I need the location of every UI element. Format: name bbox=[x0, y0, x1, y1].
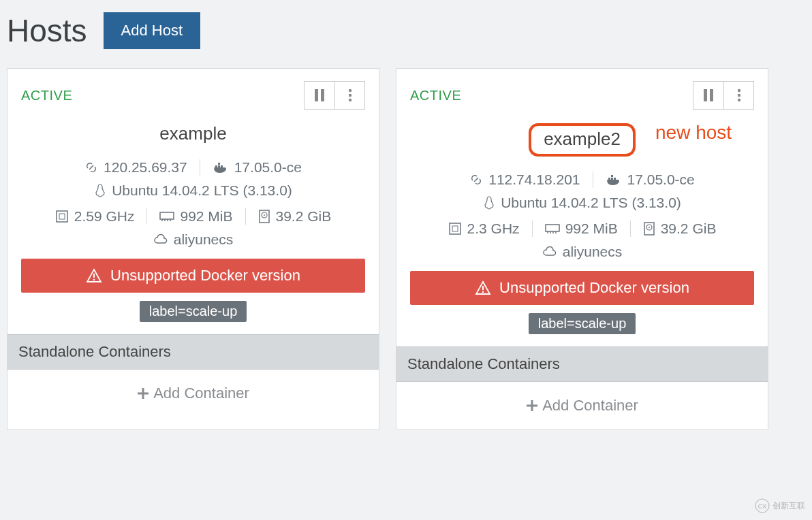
network-row: 112.74.18.201 17.05.0-ce bbox=[396, 169, 768, 191]
add-container-button[interactable]: Add Container bbox=[7, 370, 379, 417]
docker-icon bbox=[606, 174, 622, 186]
warning-banner: Unsupported Docker version bbox=[21, 259, 365, 293]
svg-rect-18 bbox=[450, 223, 460, 234]
cpu-stat: 2.59 GHz bbox=[43, 208, 147, 225]
svg-point-23 bbox=[649, 227, 650, 228]
host-name: example bbox=[7, 114, 379, 157]
pause-button[interactable] bbox=[304, 82, 334, 109]
ip-stat: 112.74.18.201 bbox=[457, 172, 592, 188]
add-container-button[interactable]: Add Container bbox=[396, 382, 768, 429]
svg-point-12 bbox=[93, 279, 95, 281]
svg-point-25 bbox=[482, 291, 484, 293]
ram-icon bbox=[545, 223, 560, 234]
status-badge: ACTIVE bbox=[21, 88, 72, 103]
svg-point-2 bbox=[348, 89, 351, 92]
more-icon bbox=[737, 88, 741, 102]
page-header: Hosts Add Host bbox=[0, 0, 812, 68]
ip-stat: 120.25.69.37 bbox=[72, 159, 200, 176]
link-icon bbox=[469, 173, 483, 186]
host-card: new host ACTIVE example2 112.74.18.201 1… bbox=[396, 68, 768, 430]
provider-stat: aliyunecs bbox=[7, 227, 379, 255]
svg-rect-1 bbox=[321, 89, 324, 101]
containers-section-header: Standalone Containers bbox=[396, 346, 768, 382]
network-row: 120.25.69.37 17.05.0-ce bbox=[7, 157, 379, 178]
more-button[interactable] bbox=[334, 82, 364, 109]
svg-rect-6 bbox=[59, 214, 65, 219]
hosts-list: ACTIVE example 120.25.69.37 17.05.0-ce bbox=[0, 68, 812, 430]
cpu-stat: 2.3 GHz bbox=[436, 221, 532, 237]
svg-rect-5 bbox=[57, 211, 67, 222]
host-card: ACTIVE example 120.25.69.37 17.05.0-ce bbox=[7, 68, 379, 430]
docker-stat: 17.05.0-ce bbox=[593, 172, 707, 188]
link-icon bbox=[84, 161, 98, 174]
more-icon bbox=[348, 88, 352, 102]
linux-icon bbox=[94, 184, 106, 197]
hw-row: 2.3 GHz 992 MiB 39.2 GiB bbox=[396, 218, 768, 240]
more-button[interactable] bbox=[723, 82, 753, 109]
page-title: Hosts bbox=[7, 12, 87, 49]
status-badge: ACTIVE bbox=[410, 88, 461, 103]
warning-banner: Unsupported Docker version bbox=[410, 271, 754, 305]
plus-icon bbox=[137, 387, 149, 400]
provider-stat: aliyunecs bbox=[396, 240, 768, 267]
hw-row: 2.59 GHz 992 MiB 39.2 GiB bbox=[7, 206, 379, 227]
ram-icon bbox=[159, 211, 174, 222]
ram-stat: 992 MiB bbox=[146, 208, 245, 225]
label-chip: label=scale-up bbox=[396, 313, 768, 334]
pause-icon bbox=[314, 89, 325, 101]
svg-point-16 bbox=[737, 94, 740, 97]
docker-icon bbox=[213, 161, 229, 174]
svg-point-17 bbox=[737, 99, 740, 101]
svg-rect-13 bbox=[704, 89, 707, 101]
disk-icon bbox=[258, 210, 270, 223]
svg-point-15 bbox=[737, 89, 740, 92]
add-host-button[interactable]: Add Host bbox=[104, 12, 201, 49]
pause-button[interactable] bbox=[693, 82, 723, 109]
warning-icon bbox=[86, 268, 102, 283]
svg-point-3 bbox=[348, 94, 351, 97]
ram-stat: 992 MiB bbox=[532, 221, 630, 237]
plus-icon bbox=[526, 400, 538, 412]
os-stat: Ubuntu 14.04.2 LTS (3.13.0) bbox=[7, 178, 379, 206]
disk-stat: 39.2 GiB bbox=[245, 208, 344, 225]
cpu-icon bbox=[448, 222, 462, 235]
pause-icon bbox=[703, 89, 714, 101]
annotation-new-host: new host bbox=[655, 122, 732, 144]
warning-icon bbox=[475, 280, 491, 295]
svg-rect-19 bbox=[452, 226, 458, 231]
svg-rect-20 bbox=[546, 225, 559, 231]
cloud-icon bbox=[542, 246, 557, 257]
containers-section-header: Standalone Containers bbox=[7, 334, 379, 370]
svg-rect-14 bbox=[710, 89, 713, 101]
cloud-icon bbox=[153, 234, 168, 245]
svg-rect-0 bbox=[315, 89, 318, 101]
label-chip: label=scale-up bbox=[7, 301, 379, 322]
cpu-icon bbox=[55, 210, 69, 223]
os-stat: Ubuntu 14.04.2 LTS (3.13.0) bbox=[396, 191, 768, 218]
card-controls bbox=[304, 81, 365, 110]
svg-point-4 bbox=[348, 99, 351, 101]
svg-rect-7 bbox=[160, 212, 174, 219]
docker-stat: 17.05.0-ce bbox=[200, 159, 314, 176]
linux-icon bbox=[483, 196, 495, 210]
svg-point-10 bbox=[264, 214, 265, 216]
disk-stat: 39.2 GiB bbox=[630, 221, 729, 237]
disk-icon bbox=[643, 222, 655, 235]
card-controls bbox=[693, 81, 754, 110]
